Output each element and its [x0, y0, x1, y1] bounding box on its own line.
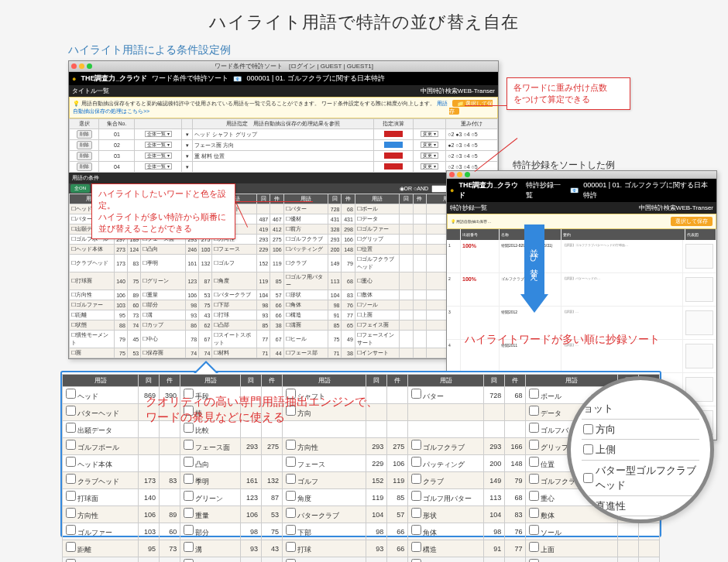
- term-cell[interactable]: 打球: [283, 540, 366, 557]
- term-cell[interactable]: ☐クラブヘッド: [70, 255, 115, 272]
- term-cell[interactable]: ☐下部: [212, 300, 257, 310]
- term-checkbox[interactable]: [583, 424, 593, 434]
- term-cell[interactable]: 凸部: [283, 557, 366, 563]
- term-cell[interactable]: ☐ゴルファー: [355, 224, 400, 235]
- term-checkbox[interactable]: [411, 389, 421, 399]
- term-checkbox[interactable]: [66, 389, 76, 399]
- term-cell[interactable]: ☐ヘッド本体: [70, 245, 115, 255]
- term-cell[interactable]: フェース: [283, 455, 366, 472]
- term-cell[interactable]: 溝: [180, 540, 241, 557]
- term-cell[interactable]: ☐打球面: [70, 272, 115, 290]
- term-checkbox[interactable]: [529, 423, 539, 433]
- term-cell[interactable]: ☐位置: [355, 245, 400, 255]
- term-cell[interactable]: 状態: [63, 557, 139, 563]
- term-checkbox[interactable]: [66, 542, 76, 552]
- term-checkbox[interactable]: [66, 508, 76, 518]
- term-cell[interactable]: ソール: [526, 523, 617, 540]
- term-cell[interactable]: パッティング: [408, 455, 484, 472]
- term-cell[interactable]: ゴルフボール: [63, 438, 139, 455]
- term-cell[interactable]: 方向性: [63, 506, 139, 523]
- term-cell[interactable]: ゴルフ: [283, 472, 366, 489]
- term-cell[interactable]: 下部: [283, 523, 366, 540]
- term-checkbox[interactable]: [411, 474, 421, 484]
- link-cn-search[interactable]: 中国特許検索: [421, 87, 458, 94]
- term-checkbox[interactable]: [411, 542, 421, 552]
- term-checkbox[interactable]: [286, 542, 296, 552]
- term-checkbox[interactable]: [411, 457, 421, 467]
- term-cell[interactable]: ☐角度: [212, 272, 257, 290]
- term-checkbox[interactable]: [66, 491, 76, 501]
- term-cell[interactable]: ☐部分: [141, 300, 186, 310]
- term-cell[interactable]: ☐フェースインサート: [355, 331, 400, 348]
- term-checkbox[interactable]: [529, 457, 539, 467]
- color-swatch[interactable]: [384, 142, 403, 148]
- term-cell[interactable]: ☐ゴルフ: [212, 255, 257, 272]
- term-cell[interactable]: ☐溝面: [283, 320, 328, 331]
- term-checkbox[interactable]: [529, 525, 539, 535]
- term-cell[interactable]: 角体: [408, 523, 484, 540]
- term-cell[interactable]: [408, 421, 484, 438]
- term-checkbox[interactable]: [184, 474, 194, 484]
- term-checkbox[interactable]: [184, 525, 194, 535]
- term-checkbox[interactable]: [411, 491, 421, 501]
- term-cell[interactable]: ☐角体: [283, 300, 328, 310]
- term-cell[interactable]: グリーン: [180, 489, 241, 506]
- save-button[interactable]: 📁 選択して保存: [449, 100, 493, 115]
- delete-button[interactable]: 削除: [77, 130, 92, 139]
- term-cell[interactable]: 打球面: [63, 489, 139, 506]
- term-cell[interactable]: ☐方向性: [70, 290, 115, 300]
- term-checkbox[interactable]: [529, 440, 539, 450]
- term-cell[interactable]: ☐溝: [141, 310, 186, 320]
- term-cell[interactable]: ☐季明: [141, 255, 186, 272]
- term-cell[interactable]: ☐形状: [283, 290, 328, 300]
- term-checkbox[interactable]: [529, 559, 539, 562]
- term-cell[interactable]: ☐パッティング: [283, 245, 328, 255]
- term-checkbox[interactable]: [286, 559, 296, 562]
- term-cell[interactable]: 形状: [408, 506, 484, 523]
- term-cell[interactable]: 部分: [180, 523, 241, 540]
- term-cell[interactable]: バタークラブ: [283, 506, 366, 523]
- term-cell[interactable]: ☐フェース部: [283, 348, 328, 358]
- term-checkbox[interactable]: [184, 542, 194, 552]
- term-cell[interactable]: ☐ゴルフ用バター: [283, 272, 328, 290]
- term-checkbox[interactable]: [286, 474, 296, 484]
- term-checkbox[interactable]: [286, 440, 296, 450]
- term-checkbox[interactable]: [66, 406, 76, 416]
- term-cell[interactable]: ヘッド本体: [63, 455, 139, 472]
- term-cell[interactable]: ☐凸部: [212, 320, 257, 331]
- term-cell[interactable]: ☐グリップ: [355, 235, 400, 245]
- term-checkbox[interactable]: [286, 491, 296, 501]
- term-cell[interactable]: ☐ソール: [355, 300, 400, 310]
- term-cell[interactable]: ☐ゴルフクラブ: [283, 235, 328, 245]
- term-cell[interactable]: ☐ゴルフクラブヘッド: [355, 255, 400, 272]
- term-cell[interactable]: ☐構造: [283, 310, 328, 320]
- term-cell[interactable]: ☐距離: [70, 310, 115, 320]
- term-cell[interactable]: ☐バター: [283, 204, 328, 214]
- term-cell[interactable]: バターヘッド: [63, 404, 139, 421]
- term-cell[interactable]: バター: [408, 387, 484, 404]
- term-checkbox[interactable]: [286, 525, 296, 535]
- term-cell[interactable]: ☐面: [70, 348, 115, 358]
- term-checkbox[interactable]: [184, 508, 194, 518]
- term-cell[interactable]: 出願データ: [63, 421, 139, 438]
- term-cell[interactable]: ☐フェイス面: [355, 320, 400, 331]
- term-cell[interactable]: 距離: [63, 540, 139, 557]
- color-swatch[interactable]: [384, 131, 403, 137]
- term-cell[interactable]: ☐前方: [283, 224, 328, 235]
- term-checkbox[interactable]: [66, 457, 76, 467]
- term-checkbox[interactable]: [184, 559, 194, 562]
- term-checkbox[interactable]: [66, 525, 76, 535]
- term-cell[interactable]: 方向性: [283, 438, 366, 455]
- term-cell[interactable]: ☐材料: [212, 348, 257, 358]
- term-cell[interactable]: フェース面: [180, 438, 241, 455]
- term-cell[interactable]: ☐上面: [355, 310, 400, 320]
- term-cell[interactable]: ☐フェース: [212, 245, 257, 255]
- term-cell[interactable]: ☐重心: [355, 272, 400, 290]
- term-cell[interactable]: カップ: [180, 557, 241, 563]
- term-cell[interactable]: ☐クラブ: [283, 255, 328, 272]
- term-cell[interactable]: ゴルフ用バター: [408, 489, 484, 506]
- term-cell[interactable]: ☐敷体: [355, 290, 400, 300]
- term-checkbox[interactable]: [66, 440, 76, 450]
- link-web-transer[interactable]: WEB-Transer: [458, 87, 495, 94]
- term-cell[interactable]: ☐カップ: [141, 320, 186, 331]
